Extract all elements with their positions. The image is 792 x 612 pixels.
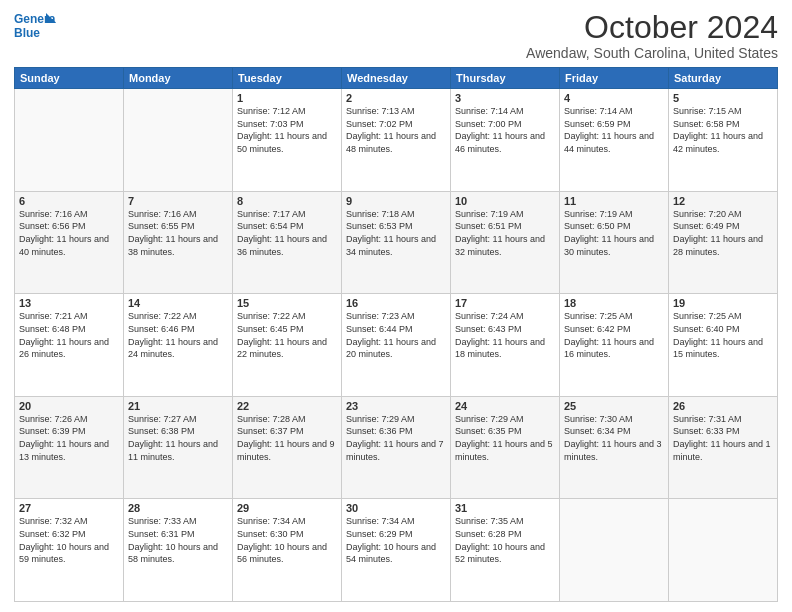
day-number: 30 — [346, 502, 446, 514]
calendar-cell: 3Sunrise: 7:14 AM Sunset: 7:00 PM Daylig… — [451, 89, 560, 192]
day-number: 5 — [673, 92, 773, 104]
day-info: Sunrise: 7:31 AM Sunset: 6:33 PM Dayligh… — [673, 413, 773, 463]
calendar-cell: 21Sunrise: 7:27 AM Sunset: 6:38 PM Dayli… — [124, 396, 233, 499]
calendar-cell: 6Sunrise: 7:16 AM Sunset: 6:56 PM Daylig… — [15, 191, 124, 294]
header-sunday: Sunday — [15, 68, 124, 89]
calendar-cell: 12Sunrise: 7:20 AM Sunset: 6:49 PM Dayli… — [669, 191, 778, 294]
day-info: Sunrise: 7:24 AM Sunset: 6:43 PM Dayligh… — [455, 310, 555, 360]
day-number: 1 — [237, 92, 337, 104]
calendar-page: General Blue October 2024 Awendaw, South… — [0, 0, 792, 612]
header-wednesday: Wednesday — [342, 68, 451, 89]
day-info: Sunrise: 7:22 AM Sunset: 6:46 PM Dayligh… — [128, 310, 228, 360]
calendar-cell: 31Sunrise: 7:35 AM Sunset: 6:28 PM Dayli… — [451, 499, 560, 602]
calendar-cell — [560, 499, 669, 602]
calendar-cell — [124, 89, 233, 192]
day-info: Sunrise: 7:22 AM Sunset: 6:45 PM Dayligh… — [237, 310, 337, 360]
day-info: Sunrise: 7:14 AM Sunset: 7:00 PM Dayligh… — [455, 105, 555, 155]
calendar-cell: 8Sunrise: 7:17 AM Sunset: 6:54 PM Daylig… — [233, 191, 342, 294]
day-info: Sunrise: 7:14 AM Sunset: 6:59 PM Dayligh… — [564, 105, 664, 155]
day-info: Sunrise: 7:35 AM Sunset: 6:28 PM Dayligh… — [455, 515, 555, 565]
calendar-cell: 23Sunrise: 7:29 AM Sunset: 6:36 PM Dayli… — [342, 396, 451, 499]
day-number: 31 — [455, 502, 555, 514]
day-number: 15 — [237, 297, 337, 309]
calendar-cell: 17Sunrise: 7:24 AM Sunset: 6:43 PM Dayli… — [451, 294, 560, 397]
header-tuesday: Tuesday — [233, 68, 342, 89]
calendar-cell: 2Sunrise: 7:13 AM Sunset: 7:02 PM Daylig… — [342, 89, 451, 192]
day-number: 10 — [455, 195, 555, 207]
svg-text:Blue: Blue — [14, 26, 40, 40]
day-number: 6 — [19, 195, 119, 207]
day-info: Sunrise: 7:30 AM Sunset: 6:34 PM Dayligh… — [564, 413, 664, 463]
day-number: 21 — [128, 400, 228, 412]
header-friday: Friday — [560, 68, 669, 89]
day-info: Sunrise: 7:25 AM Sunset: 6:42 PM Dayligh… — [564, 310, 664, 360]
day-number: 2 — [346, 92, 446, 104]
calendar-cell: 11Sunrise: 7:19 AM Sunset: 6:50 PM Dayli… — [560, 191, 669, 294]
day-info: Sunrise: 7:19 AM Sunset: 6:50 PM Dayligh… — [564, 208, 664, 258]
day-info: Sunrise: 7:25 AM Sunset: 6:40 PM Dayligh… — [673, 310, 773, 360]
day-info: Sunrise: 7:20 AM Sunset: 6:49 PM Dayligh… — [673, 208, 773, 258]
day-number: 3 — [455, 92, 555, 104]
day-number: 9 — [346, 195, 446, 207]
calendar-cell: 20Sunrise: 7:26 AM Sunset: 6:39 PM Dayli… — [15, 396, 124, 499]
location-subtitle: Awendaw, South Carolina, United States — [526, 45, 778, 61]
week-row-1: 1Sunrise: 7:12 AM Sunset: 7:03 PM Daylig… — [15, 89, 778, 192]
calendar-cell: 18Sunrise: 7:25 AM Sunset: 6:42 PM Dayli… — [560, 294, 669, 397]
day-number: 23 — [346, 400, 446, 412]
calendar-cell: 22Sunrise: 7:28 AM Sunset: 6:37 PM Dayli… — [233, 396, 342, 499]
day-info: Sunrise: 7:16 AM Sunset: 6:55 PM Dayligh… — [128, 208, 228, 258]
day-number: 12 — [673, 195, 773, 207]
calendar-header: Sunday Monday Tuesday Wednesday Thursday… — [15, 68, 778, 89]
day-info: Sunrise: 7:29 AM Sunset: 6:36 PM Dayligh… — [346, 413, 446, 463]
calendar-cell: 15Sunrise: 7:22 AM Sunset: 6:45 PM Dayli… — [233, 294, 342, 397]
calendar-cell: 7Sunrise: 7:16 AM Sunset: 6:55 PM Daylig… — [124, 191, 233, 294]
calendar-body: 1Sunrise: 7:12 AM Sunset: 7:03 PM Daylig… — [15, 89, 778, 602]
day-info: Sunrise: 7:27 AM Sunset: 6:38 PM Dayligh… — [128, 413, 228, 463]
day-number: 26 — [673, 400, 773, 412]
day-number: 20 — [19, 400, 119, 412]
logo-svg: General Blue — [14, 10, 56, 46]
day-info: Sunrise: 7:34 AM Sunset: 6:30 PM Dayligh… — [237, 515, 337, 565]
day-number: 11 — [564, 195, 664, 207]
day-info: Sunrise: 7:16 AM Sunset: 6:56 PM Dayligh… — [19, 208, 119, 258]
calendar-cell: 16Sunrise: 7:23 AM Sunset: 6:44 PM Dayli… — [342, 294, 451, 397]
calendar-table: Sunday Monday Tuesday Wednesday Thursday… — [14, 67, 778, 602]
day-info: Sunrise: 7:33 AM Sunset: 6:31 PM Dayligh… — [128, 515, 228, 565]
calendar-cell: 10Sunrise: 7:19 AM Sunset: 6:51 PM Dayli… — [451, 191, 560, 294]
day-info: Sunrise: 7:15 AM Sunset: 6:58 PM Dayligh… — [673, 105, 773, 155]
calendar-cell: 30Sunrise: 7:34 AM Sunset: 6:29 PM Dayli… — [342, 499, 451, 602]
header-row: Sunday Monday Tuesday Wednesday Thursday… — [15, 68, 778, 89]
day-number: 17 — [455, 297, 555, 309]
day-number: 28 — [128, 502, 228, 514]
day-number: 4 — [564, 92, 664, 104]
calendar-cell: 24Sunrise: 7:29 AM Sunset: 6:35 PM Dayli… — [451, 396, 560, 499]
calendar-cell: 1Sunrise: 7:12 AM Sunset: 7:03 PM Daylig… — [233, 89, 342, 192]
day-info: Sunrise: 7:32 AM Sunset: 6:32 PM Dayligh… — [19, 515, 119, 565]
day-number: 24 — [455, 400, 555, 412]
header-monday: Monday — [124, 68, 233, 89]
logo: General Blue — [14, 10, 56, 46]
week-row-5: 27Sunrise: 7:32 AM Sunset: 6:32 PM Dayli… — [15, 499, 778, 602]
calendar-cell: 9Sunrise: 7:18 AM Sunset: 6:53 PM Daylig… — [342, 191, 451, 294]
week-row-2: 6Sunrise: 7:16 AM Sunset: 6:56 PM Daylig… — [15, 191, 778, 294]
calendar-cell — [669, 499, 778, 602]
day-number: 14 — [128, 297, 228, 309]
day-info: Sunrise: 7:26 AM Sunset: 6:39 PM Dayligh… — [19, 413, 119, 463]
week-row-3: 13Sunrise: 7:21 AM Sunset: 6:48 PM Dayli… — [15, 294, 778, 397]
header-saturday: Saturday — [669, 68, 778, 89]
day-info: Sunrise: 7:18 AM Sunset: 6:53 PM Dayligh… — [346, 208, 446, 258]
day-number: 29 — [237, 502, 337, 514]
day-info: Sunrise: 7:17 AM Sunset: 6:54 PM Dayligh… — [237, 208, 337, 258]
calendar-cell: 5Sunrise: 7:15 AM Sunset: 6:58 PM Daylig… — [669, 89, 778, 192]
calendar-cell: 28Sunrise: 7:33 AM Sunset: 6:31 PM Dayli… — [124, 499, 233, 602]
day-info: Sunrise: 7:21 AM Sunset: 6:48 PM Dayligh… — [19, 310, 119, 360]
day-number: 7 — [128, 195, 228, 207]
calendar-cell — [15, 89, 124, 192]
day-info: Sunrise: 7:13 AM Sunset: 7:02 PM Dayligh… — [346, 105, 446, 155]
calendar-cell: 13Sunrise: 7:21 AM Sunset: 6:48 PM Dayli… — [15, 294, 124, 397]
day-info: Sunrise: 7:23 AM Sunset: 6:44 PM Dayligh… — [346, 310, 446, 360]
day-info: Sunrise: 7:29 AM Sunset: 6:35 PM Dayligh… — [455, 413, 555, 463]
title-block: October 2024 Awendaw, South Carolina, Un… — [526, 10, 778, 61]
day-number: 19 — [673, 297, 773, 309]
day-number: 13 — [19, 297, 119, 309]
